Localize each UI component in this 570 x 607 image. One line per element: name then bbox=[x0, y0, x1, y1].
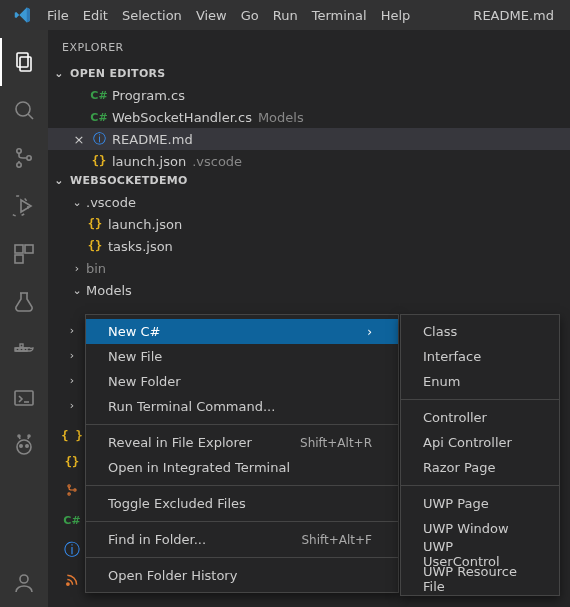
folder-label: .vscode bbox=[86, 195, 136, 210]
separator bbox=[86, 424, 398, 425]
submenu-item[interactable]: Controller bbox=[401, 405, 559, 430]
cs-file-icon: C# bbox=[90, 111, 108, 124]
ctx-item-label: New File bbox=[108, 349, 162, 364]
svg-rect-9 bbox=[15, 245, 23, 253]
submenu-item-label: Api Controller bbox=[423, 435, 512, 450]
open-editor-item[interactable]: C#WebSocketHandler.csModels bbox=[48, 106, 570, 128]
submenu-item[interactable]: Api Controller bbox=[401, 430, 559, 455]
menu-terminal[interactable]: Terminal bbox=[305, 8, 374, 23]
extensions-icon[interactable] bbox=[0, 230, 48, 278]
remote-icon[interactable] bbox=[0, 374, 48, 422]
menu-file[interactable]: File bbox=[40, 8, 76, 23]
ctx-item-label: Find in Folder... bbox=[108, 532, 206, 547]
ctx-item[interactable]: Open in Integrated Terminal bbox=[86, 455, 398, 480]
svg-point-2 bbox=[16, 102, 30, 116]
file-label: Program.cs bbox=[112, 88, 185, 103]
submenu-item[interactable]: Enum bbox=[401, 369, 559, 394]
ctx-item[interactable]: New C#› bbox=[86, 319, 398, 344]
folder-item[interactable]: ›bin bbox=[48, 257, 570, 279]
close-icon[interactable]: × bbox=[70, 132, 88, 147]
menu-view[interactable]: View bbox=[189, 8, 234, 23]
menu-edit[interactable]: Edit bbox=[76, 8, 115, 23]
folder-item[interactable]: ⌄.vscode bbox=[48, 191, 570, 213]
ctx-item[interactable]: New Folder bbox=[86, 369, 398, 394]
vscode-logo-icon bbox=[14, 6, 32, 24]
testing-icon[interactable] bbox=[0, 278, 48, 326]
json-file-icon: {} bbox=[64, 449, 80, 475]
ctx-item[interactable]: Toggle Excluded Files bbox=[86, 491, 398, 516]
file-label: launch.json bbox=[108, 217, 182, 232]
file-item[interactable]: {}launch.json bbox=[48, 213, 570, 235]
svg-point-4 bbox=[17, 149, 21, 153]
submenu-item[interactable]: UWP Resource File bbox=[401, 566, 559, 591]
ctx-item-label: Run Terminal Command... bbox=[108, 399, 275, 414]
svg-point-28 bbox=[68, 493, 70, 495]
ctx-item-label: Open in Integrated Terminal bbox=[108, 460, 290, 475]
ctx-item[interactable]: Run Terminal Command... bbox=[86, 394, 398, 419]
menu-run[interactable]: Run bbox=[266, 8, 305, 23]
ctx-item[interactable]: Open Folder History bbox=[86, 563, 398, 588]
menu-selection[interactable]: Selection bbox=[115, 8, 189, 23]
project-header[interactable]: ⌄ WEBSOCKETDEMO bbox=[48, 172, 570, 189]
submenu-item[interactable]: UWP Window bbox=[401, 516, 559, 541]
ctx-item-label: New Folder bbox=[108, 374, 181, 389]
submenu-item[interactable]: UWP UserControl bbox=[401, 541, 559, 566]
info-file-icon: ⓘ bbox=[64, 535, 80, 565]
file-label: WebSocketHandler.cs bbox=[112, 110, 252, 125]
folder-item[interactable]: ⌄Models bbox=[48, 279, 570, 301]
submenu-item[interactable]: Class bbox=[401, 319, 559, 344]
open-editor-item[interactable]: {}launch.json.vscode bbox=[48, 150, 570, 172]
svg-rect-10 bbox=[25, 245, 33, 253]
svg-point-21 bbox=[26, 445, 28, 447]
chevron-down-icon: ⌄ bbox=[52, 67, 66, 80]
chevron-right-icon: › bbox=[70, 262, 84, 275]
ctx-item-label: Toggle Excluded Files bbox=[108, 496, 246, 511]
file-item[interactable]: {}tasks.json bbox=[48, 235, 570, 257]
folder-label: Models bbox=[86, 283, 132, 298]
open-editors-header[interactable]: ⌄ OPEN EDITORS bbox=[48, 65, 570, 82]
submenu-item-label: Enum bbox=[423, 374, 460, 389]
svg-point-29 bbox=[74, 489, 76, 491]
cs-file-icon: C# bbox=[64, 505, 80, 535]
source-control-icon[interactable] bbox=[0, 134, 48, 182]
search-icon[interactable] bbox=[0, 86, 48, 134]
context-submenu: ClassInterfaceEnumControllerApi Controll… bbox=[400, 314, 560, 596]
svg-point-27 bbox=[68, 485, 70, 487]
separator bbox=[86, 557, 398, 558]
explorer-icon[interactable] bbox=[0, 38, 48, 86]
ctx-item[interactable]: Find in Folder...Shift+Alt+F bbox=[86, 527, 398, 552]
chevron-right-icon: › bbox=[65, 368, 79, 393]
accounts-icon[interactable] bbox=[0, 559, 48, 607]
submenu-item-label: Class bbox=[423, 324, 457, 339]
svg-rect-11 bbox=[15, 255, 23, 263]
svg-line-3 bbox=[28, 114, 33, 119]
docker-icon[interactable] bbox=[0, 326, 48, 374]
svg-point-8 bbox=[12, 196, 28, 216]
svg-point-30 bbox=[67, 583, 69, 585]
chevron-down-icon: ⌄ bbox=[70, 284, 84, 297]
menu-help[interactable]: Help bbox=[374, 8, 418, 23]
submenu-item[interactable]: UWP Page bbox=[401, 491, 559, 516]
folder-label: bin bbox=[86, 261, 106, 276]
bot-icon[interactable] bbox=[0, 422, 48, 470]
ctx-item[interactable]: New File bbox=[86, 344, 398, 369]
chevron-down-icon: ⌄ bbox=[52, 174, 66, 187]
activity-bar bbox=[0, 30, 48, 607]
svg-marker-7 bbox=[21, 200, 31, 212]
run-debug-icon[interactable] bbox=[0, 182, 48, 230]
json-file-icon: {} bbox=[90, 154, 108, 168]
separator bbox=[86, 521, 398, 522]
submenu-item[interactable]: Interface bbox=[401, 344, 559, 369]
svg-rect-0 bbox=[17, 53, 28, 67]
json2-file-icon: { } bbox=[64, 423, 80, 449]
menu-go[interactable]: Go bbox=[234, 8, 266, 23]
submenu-item-label: UWP Resource File bbox=[423, 564, 533, 594]
chevron-right-icon: › bbox=[65, 393, 79, 418]
open-editor-item[interactable]: C#Program.cs bbox=[48, 84, 570, 106]
separator bbox=[86, 485, 398, 486]
ctx-item[interactable]: Reveal in File ExplorerShift+Alt+R bbox=[86, 430, 398, 455]
open-editor-item[interactable]: ×ⓘREADME.md bbox=[48, 128, 570, 150]
chevron-right-icon: › bbox=[367, 325, 372, 339]
submenu-item[interactable]: Razor Page bbox=[401, 455, 559, 480]
ctx-item-label: Open Folder History bbox=[108, 568, 237, 583]
